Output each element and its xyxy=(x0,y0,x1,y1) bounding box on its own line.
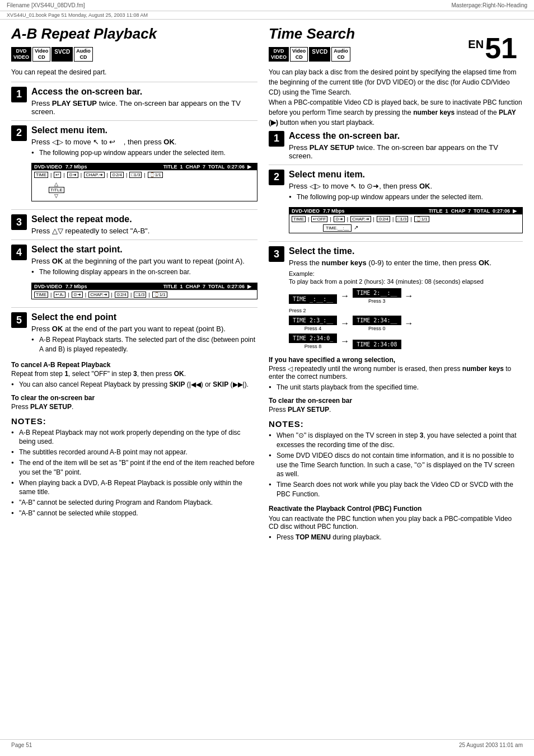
ab-step3-body: Press △▽ repeatedly to select "A-B". xyxy=(31,227,257,235)
ts-osd-time: TIME xyxy=(292,216,306,222)
ts-badge-dvd: DVDVIDEO xyxy=(269,47,289,62)
cancel-ab-title: To cancel A-B Repeat Playback xyxy=(11,361,257,369)
ts-note-3: Time Search does not work while you play… xyxy=(269,480,523,499)
ts-divider-2 xyxy=(269,241,523,242)
ab-step2-bullet: The following pop-up window appears unde… xyxy=(31,148,257,158)
ts-notes-title: NOTES: xyxy=(269,419,523,429)
ts-step-3: 3 Select the time. Press the number keys… xyxy=(269,246,523,351)
osd-sep3: | xyxy=(81,172,82,178)
ts-osd-angle: ⌚1/1 xyxy=(414,216,429,222)
osd-popup-row: △ TITLE ▽ xyxy=(32,179,257,201)
subheader-left: XVS44U_01.book Page 51 Monday, August 25… xyxy=(7,12,148,18)
ab-intro: You can repeat the desired part. xyxy=(11,67,257,77)
ts-osd-play: ⊙➜ xyxy=(334,216,345,222)
ab-step3-content: Select the repeat mode. Press △▽ repeate… xyxy=(31,214,257,235)
ts-osd-sub: □1/3 xyxy=(396,216,408,222)
osd-dvd-label: DVD-VIDEO xyxy=(34,164,62,170)
ts-clear-title: To clear the on-screen bar xyxy=(269,397,523,405)
badge-audio-cd: AudioCD xyxy=(74,47,93,62)
press2-label-box: Press 2 xyxy=(289,307,306,313)
osd-row2-2: TIME | ↩A- | ⊙➜ | CHAP.➜ | ⊙2/4 | □1/3 |… xyxy=(32,290,257,299)
ab-step-4: 4 Select the start point. Press OK at th… xyxy=(11,245,257,303)
ab-note-5: "A-B" cannot be selected during Program … xyxy=(11,498,257,508)
press2-row: Press 2 xyxy=(289,307,523,313)
ts-step2-body: Press ◁▷ to move ↖ to ⊙➜, then press OK. xyxy=(289,182,523,190)
step-number-1: 1 xyxy=(11,87,27,102)
osd2-dvd-label: DVD-VIDEO xyxy=(34,284,62,289)
press-label-2: Press 2 xyxy=(289,308,306,313)
ts-sep5: | xyxy=(392,217,394,222)
step-number-2: 2 xyxy=(11,125,27,141)
step-number-3: 3 xyxy=(11,214,27,230)
ts-badge-svcd: SVCD xyxy=(309,47,330,62)
osd-play-icon: ⊙➜ xyxy=(67,172,78,178)
page-footer: Page 51 25 August 2003 11:01 am xyxy=(0,739,534,750)
osd2-sep5: | xyxy=(130,292,132,298)
ab-note-3: The end of the item will be set as "B" p… xyxy=(11,458,257,477)
ab-step-5: 5 Select the end point Press OK at the e… xyxy=(11,312,257,356)
osd2-angle: ⌚1/1 xyxy=(152,292,167,298)
arrow-4: → xyxy=(405,318,414,328)
divider-2 xyxy=(11,120,257,121)
osd-angle-icon: ⌚1/1 xyxy=(148,172,163,178)
header-masterpage: Masterpage:Right-No-Heading xyxy=(451,2,527,8)
sub-header: XVS44U_01.book Page 51 Monday, August 25… xyxy=(0,11,534,20)
ts-example-desc: To play back from a point 2 (hours): 34 … xyxy=(289,278,523,285)
ts-sep6: | xyxy=(410,217,411,222)
osd-disc-icon: ⊙2/4 xyxy=(110,172,124,178)
if-wrong-body: Press ◁ repeatedly until the wrong numbe… xyxy=(269,365,523,381)
osd-bar-1: DVD-VIDEO 7.7 Mbps TITLE 1 CHAP 7 TOTAL … xyxy=(31,163,257,201)
press-label-8: Press 8 xyxy=(305,344,322,349)
time-display-6: TIME 2:34:08 xyxy=(353,340,401,349)
ts-step1-body: Press PLAY SETUP twice. The on-screen ba… xyxy=(289,143,523,160)
time-box-1: TIME _:__:__ xyxy=(289,294,337,304)
ts-step2-title: Select menu item. xyxy=(289,170,523,180)
ts-osd-row1: DVD-VIDEO 7.7 Mbps TITLE 1 CHAP 7 TOTAL … xyxy=(289,208,522,214)
step-number-4: 4 xyxy=(11,245,27,260)
ts-divider-1 xyxy=(269,165,523,165)
osd2-sep3: | xyxy=(85,292,86,298)
reactivate-bullet: Press TOP MENU during playback. xyxy=(269,533,523,542)
divider-3 xyxy=(11,209,257,210)
time-box-5: TIME 2:34:0_ Press 8 xyxy=(289,334,337,349)
osd2-play2: ⊙➜ xyxy=(72,292,83,298)
osd-row1-2: DVD-VIDEO 7.7 Mbps TITLE 1 CHAP 7 TOTAL … xyxy=(32,283,257,290)
ts-osd-off: ↩OFF xyxy=(311,216,327,222)
osd-sep2: | xyxy=(63,172,64,178)
ab-step5-body: Press OK at the end of the part you want… xyxy=(31,325,257,333)
time-display-4: TIME 2:34:__ xyxy=(353,316,401,325)
ts-step-number-3: 3 xyxy=(269,246,284,262)
ab-step5-content: Select the end point Press OK at the end… xyxy=(31,312,257,356)
osd2-disc: ⊙2/4 xyxy=(115,292,128,298)
step-number-5: 5 xyxy=(11,312,27,328)
time-box-6: TIME 2:34:08 xyxy=(353,340,401,349)
osd-row2-1: TIME | ↩ | ⊙➜ | CHAP.➜ | ⊙2/4 | □1/3 | ⌚… xyxy=(32,170,257,179)
ts-osd-bar: DVD-VIDEO 7.7 Mbps TITLE 1 CHAP 7 TOTAL … xyxy=(289,207,523,233)
ab-step5-bullets: A-B Repeat Playback starts. The selected… xyxy=(31,335,257,354)
ts-osd-disc: ⊙2/4 xyxy=(377,216,390,222)
ts-osd-arrow: ↗ xyxy=(354,224,358,232)
ab-note-6: "A-B" cannot be selected while stopped. xyxy=(11,509,257,518)
osd-repeat-icon: ↩ xyxy=(54,172,61,178)
ts-osd-chap: CHAP.➜ xyxy=(350,216,371,222)
ts-step1-title: Access the on-screen bar. xyxy=(289,131,523,141)
footer-date: 25 August 2003 11:01 am xyxy=(459,742,523,748)
divider-1 xyxy=(11,82,257,82)
if-wrong-bullets: The unit starts playback from the specif… xyxy=(269,383,523,392)
osd2-chap: CHAP.➜ xyxy=(88,292,109,298)
time-box-4: TIME 2:34:__ Press 0 xyxy=(353,316,401,331)
ab-step3-title: Select the repeat mode. xyxy=(31,214,257,224)
osd2-sep4: | xyxy=(111,292,113,298)
ab-step2-content: Select menu item. Press ◁▷ to move ↖ to … xyxy=(31,125,257,205)
badge-svcd: SVCD xyxy=(51,47,73,62)
osd-arrow-down: ▽ xyxy=(54,193,58,199)
time-flow-row2: TIME 2:3_:__ Press 4 → TIME 2:34:__ Pres… xyxy=(289,316,523,331)
osd-bar-2: DVD-VIDEO 7.7 Mbps TITLE 1 CHAP 7 TOTAL … xyxy=(31,283,257,299)
ab-step-1: 1 Access the on-screen bar. Press PLAY S… xyxy=(11,87,257,116)
ts-notes: NOTES: When "⊙" is displayed on the TV s… xyxy=(269,419,523,499)
ab-step2-title: Select menu item. xyxy=(31,125,257,135)
cancel-ab-bullets: You can also cancel Repeat Playback by p… xyxy=(11,380,257,389)
ab-format-badges: DVDVIDEO VideoCD SVCD AudioCD xyxy=(11,47,257,62)
ts-osd-dvd: DVD-VIDEO xyxy=(292,208,320,214)
ts-intro: You can play back a disc from the desire… xyxy=(269,67,523,128)
